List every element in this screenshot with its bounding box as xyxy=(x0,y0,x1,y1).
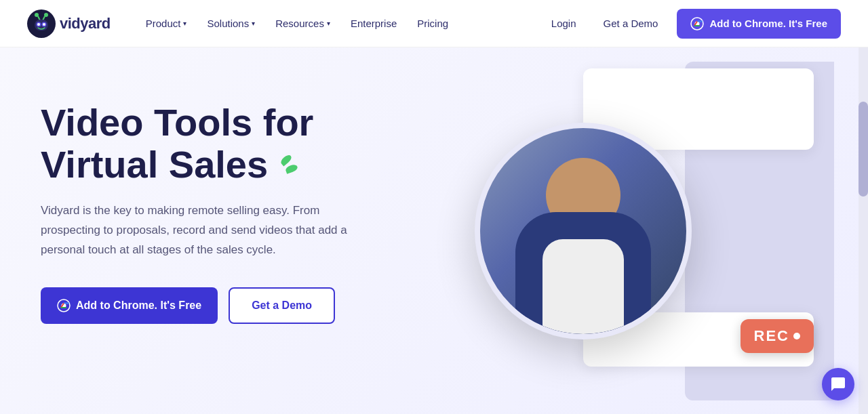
add-to-chrome-hero-button[interactable]: Add to Chrome. It's Free xyxy=(41,287,218,324)
person-body xyxy=(515,212,651,334)
nav-pricing[interactable]: Pricing xyxy=(409,12,456,35)
logo-icon xyxy=(27,9,56,38)
hero-title: Video Tools for Virtual Sales xyxy=(41,102,366,185)
leaf2-icon xyxy=(285,163,298,174)
video-circle-inner xyxy=(480,128,686,334)
nav-actions: Login Get a Demo Add to Chrome. It's Fre… xyxy=(543,9,841,39)
solutions-chevron-icon: ▾ xyxy=(252,20,255,27)
svg-point-8 xyxy=(37,23,40,26)
hero-content: Video Tools for Virtual Sales Vidyard is… xyxy=(0,47,407,414)
chrome-icon xyxy=(690,17,704,30)
nav-solutions[interactable]: Solutions ▾ xyxy=(199,12,263,35)
hero-visual: REC xyxy=(407,47,868,414)
get-demo-hero-button[interactable]: Get a Demo xyxy=(229,287,335,324)
logo-link[interactable]: vidyard xyxy=(27,9,111,38)
nav-links: Product ▾ Solutions ▾ Resources ▾ Enterp… xyxy=(138,12,543,35)
login-button[interactable]: Login xyxy=(543,12,585,35)
chrome-icon-hero xyxy=(57,299,71,312)
add-to-chrome-nav-button[interactable]: Add to Chrome. It's Free xyxy=(677,9,841,39)
nav-enterprise[interactable]: Enterprise xyxy=(342,12,405,35)
logo-text: vidyard xyxy=(60,15,111,33)
scrollbar-track[interactable] xyxy=(859,47,868,414)
resources-chevron-icon: ▾ xyxy=(327,20,330,27)
leaf-decoration xyxy=(280,157,298,172)
leaf1-icon xyxy=(279,153,293,166)
video-circle xyxy=(475,123,692,339)
get-demo-button[interactable]: Get a Demo xyxy=(595,12,667,35)
scrollbar-thumb[interactable] xyxy=(859,102,868,196)
hero-section: Video Tools for Virtual Sales Vidyard is… xyxy=(0,47,868,414)
hero-subtitle: Vidyard is the key to making remote sell… xyxy=(41,201,366,260)
navbar: vidyard Product ▾ Solutions ▾ Resources … xyxy=(0,0,868,47)
product-chevron-icon: ▾ xyxy=(183,20,186,27)
ui-mockup: REC xyxy=(441,62,834,400)
chat-icon xyxy=(830,376,846,392)
chat-bubble-button[interactable] xyxy=(822,368,854,400)
rec-dot-icon xyxy=(793,333,800,339)
nav-product[interactable]: Product ▾ xyxy=(138,12,195,35)
rec-badge: REC xyxy=(741,319,814,353)
svg-point-9 xyxy=(43,23,45,26)
person-silhouette xyxy=(502,144,665,334)
nav-resources[interactable]: Resources ▾ xyxy=(267,12,338,35)
person-shirt xyxy=(542,239,624,334)
hero-buttons: Add to Chrome. It's Free Get a Demo xyxy=(41,287,366,324)
